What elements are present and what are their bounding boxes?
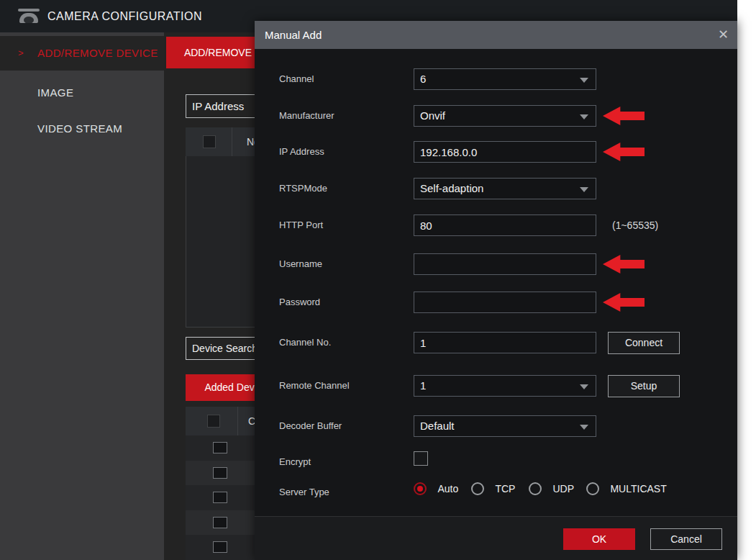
selected-value: Onvif [420,109,445,122]
field-row-http-port: HTTP Port (1~65535) [255,214,737,237]
sidebar-item-add-remove-device[interactable]: > ADD/REMOVE DEVICE [0,36,164,71]
field-label: Password [279,292,409,313]
sidebar-item-label: VIDEO STREAM [37,122,122,135]
radio-icon [586,482,599,495]
radio-icon [529,482,542,495]
field-row-encrypt: Encrypt [255,451,737,474]
dome-camera-icon [18,9,40,24]
field-label: Channel No. [279,332,409,353]
field-row-password: Password [255,292,737,314]
highlight-arrow-icon [603,143,645,161]
field-label: RTSPMode [279,178,409,199]
row-checkbox[interactable] [213,541,227,553]
radio-label: Auto [437,483,458,494]
chevron-down-icon [580,187,588,192]
highlight-arrow-icon [603,293,645,312]
sidebar-item-image[interactable]: IMAGE [0,75,164,111]
highlight-arrow-icon [603,107,645,125]
radio-label: MULTICAST [610,483,666,494]
remote-channel-select[interactable]: 1 [414,375,596,397]
sidebar-item-label: IMAGE [37,86,73,99]
selected-value: 1 [420,379,426,392]
port-range-hint: (1~65535) [612,214,658,236]
page-title: CAMERA CONFIGURATION [47,0,202,32]
dialog-title: Manual Add [265,21,322,49]
setup-button[interactable]: Setup [608,375,680,397]
cancel-button[interactable]: Cancel [650,528,722,550]
field-row-channel: Channel 6 [255,68,737,91]
field-label: Channel [279,68,409,90]
screen: CAMERA CONFIGURATION > ADD/REMOVE DEVICE… [0,0,756,560]
rtsp-mode-select[interactable]: Self-adaption [414,178,596,199]
decoder-buffer-select[interactable]: Default [414,415,596,437]
selected-value: 6 [420,73,426,85]
chevron-down-icon [580,114,588,119]
app-window: CAMERA CONFIGURATION > ADD/REMOVE DEVICE… [0,0,737,560]
radio-selected-icon [414,482,427,495]
chevron-right-icon: > [18,36,24,71]
username-field[interactable] [414,253,596,275]
radio-multicast[interactable]: MULTICAST [586,482,667,496]
field-label: Username [279,253,409,275]
field-row-remote-channel: Remote Channel 1 Setup [255,375,737,397]
ok-button[interactable]: OK [563,528,635,550]
selected-value: Self-adaption [420,182,483,194]
highlight-arrow-icon [603,255,645,274]
manual-add-dialog: Manual Add ✕ Channel 6 Manufacturer Onvi… [255,21,737,560]
column-divider [237,407,238,435]
field-label: Manufacturer [279,105,409,127]
field-label: Encrypt [279,451,409,473]
encrypt-checkbox[interactable] [414,451,428,466]
field-row-username: Username [255,253,737,276]
field-row-decoder-buffer: Decoder Buffer Default [255,415,737,438]
ip-address-field[interactable] [414,141,596,163]
channel-select[interactable]: 6 [414,68,596,90]
row-checkbox[interactable] [213,442,227,453]
connect-button[interactable]: Connect [608,332,680,354]
channel-no-field[interactable] [414,332,596,353]
field-row-rtsp-mode: RTSPMode Self-adaption [255,178,737,200]
radio-label: TCP [495,483,515,494]
radio-tcp[interactable]: TCP [471,482,515,496]
radio-label: UDP [552,483,574,494]
field-row-manufacturer: Manufacturer Onvif [255,105,737,127]
chevron-down-icon [580,78,588,83]
column-divider [232,127,232,156]
http-port-field[interactable] [414,214,596,236]
close-icon[interactable]: ✕ [718,21,729,49]
dialog-footer: OK Cancel [255,517,737,560]
sidebar-item-label: ADD/REMOVE DEVICE [37,47,158,59]
radio-udp[interactable]: UDP [529,482,574,496]
row-checkbox[interactable] [213,517,227,528]
manufacturer-select[interactable]: Onvif [414,105,596,127]
radio-icon [471,482,484,495]
field-row-server-type: Server Type Auto TCP UDP MULTICAST [255,482,737,496]
sidebar-item-video-stream[interactable]: VIDEO STREAM [0,111,164,147]
sidebar: > ADD/REMOVE DEVICE IMAGE VIDEO STREAM [0,32,164,560]
field-row-ip-address: IP Address [255,141,737,163]
selected-value: Default [420,420,455,432]
chevron-down-icon [580,425,588,430]
select-all-checkbox[interactable] [207,415,220,428]
row-checkbox[interactable] [213,467,227,479]
chevron-down-icon [580,384,588,389]
field-label: IP Address [279,141,409,163]
dialog-header: Manual Add ✕ [255,21,737,49]
field-row-channel-no: Channel No. Connect [255,332,737,354]
radio-auto[interactable]: Auto [414,482,458,496]
field-label: Decoder Buffer [279,415,409,437]
password-field[interactable] [414,292,596,313]
field-label: HTTP Port [279,214,409,236]
row-checkbox[interactable] [213,492,227,503]
field-label: Server Type [279,482,409,503]
field-label: Remote Channel [279,375,409,397]
select-all-checkbox[interactable] [203,135,216,148]
